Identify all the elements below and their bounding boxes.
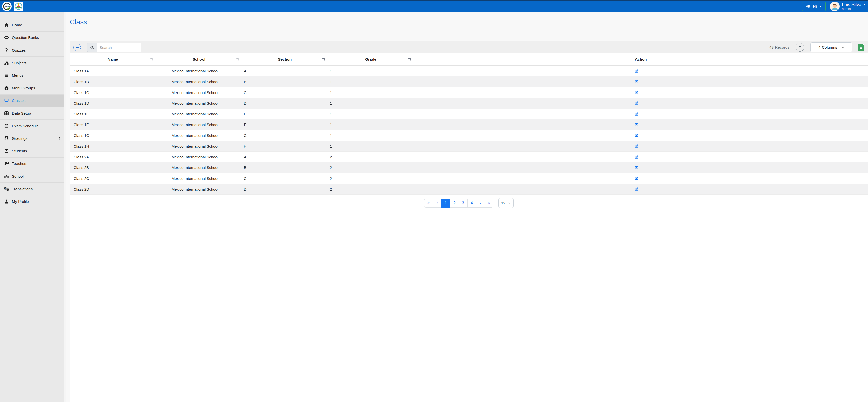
sidebar-item-classes[interactable]: Classes — [0, 95, 66, 107]
cell-grade: 1 — [257, 112, 405, 116]
cell-school: Mexico International School — [156, 155, 234, 159]
cell-school: Mexico International School — [156, 122, 234, 127]
table-body: Class 1A Mexico International School A 1… — [70, 66, 434, 195]
sidebar-item-label: Gradings — [12, 136, 27, 141]
sidebar-item-icon — [4, 85, 9, 91]
table-row: Class 1G Mexico International School G 1 — [70, 130, 434, 141]
sidebar-item-label: Data Setup — [12, 111, 31, 115]
cell-name: Class 2A — [70, 155, 156, 159]
cell-school: Mexico International School — [156, 176, 234, 181]
sidebar-item-exam-schedule[interactable]: Exam Schedule — [0, 120, 66, 132]
column-label: Name — [108, 57, 118, 61]
lotus-logo[interactable] — [14, 2, 23, 11]
cell-name: Class 1G — [70, 133, 156, 138]
content-card: 43 Records 4 Columns Name School — [70, 41, 434, 201]
search-input[interactable] — [97, 43, 141, 52]
table-row: Class 2D Mexico International School D 2 — [70, 184, 434, 195]
cell-grade: 1 — [257, 101, 405, 105]
cell-action — [405, 143, 434, 149]
table-row: Class 1F Mexico International School F 1 — [70, 119, 434, 130]
sidebar-item-label: Students — [12, 149, 27, 153]
cell-name: Class 1B — [70, 80, 156, 84]
sidebar-item-label: Teachers — [12, 161, 27, 166]
prev-page-button[interactable]: ‹ — [433, 199, 434, 201]
first-page-button[interactable]: « — [424, 199, 433, 201]
cell-grade: 2 — [257, 155, 405, 159]
sidebar-item-students[interactable]: Students — [0, 145, 66, 158]
toolbar: 43 Records 4 Columns — [70, 41, 434, 53]
cell-section: H — [234, 144, 257, 148]
sidebar-item-label: Subjects — [12, 61, 27, 65]
cell-action — [405, 165, 434, 171]
sidebar-item-menus[interactable]: Menus — [0, 69, 66, 82]
sidebar-item-teachers[interactable]: Teachers — [0, 158, 66, 170]
sidebar-item-translations[interactable]: Translations — [0, 183, 66, 195]
sidebar-item-label: Exam Schedule — [12, 124, 39, 128]
table-row: Class 1D Mexico International School D 1 — [70, 98, 434, 109]
sort-icon[interactable] — [150, 57, 154, 61]
search-icon — [90, 45, 94, 50]
cell-section: B — [234, 80, 257, 84]
sidebar-item-icon — [4, 22, 9, 28]
lotus-logo-icon — [14, 2, 23, 11]
cell-school: Mexico International School — [156, 165, 234, 170]
sidebar-item-icon — [4, 161, 9, 166]
pagination-bar: « ‹ 1234 › » 12 — [70, 198, 434, 201]
cell-name: Class 2B — [70, 165, 156, 170]
table-row: Class 1C Mexico International School C 1 — [70, 87, 434, 98]
column-label: School — [193, 57, 205, 61]
sidebar-item-icon — [4, 35, 9, 40]
cell-school: Mexico International School — [156, 187, 234, 191]
cell-section: B — [234, 165, 257, 170]
column-header-name[interactable]: Name — [70, 57, 156, 61]
sort-icon[interactable] — [236, 57, 240, 61]
column-label: Grade — [365, 57, 376, 61]
topbar: Quizale en — [0, 1, 434, 12]
sidebar-item-label: Menus — [12, 73, 23, 78]
sidebar-item-icon — [4, 186, 9, 192]
cell-section: D — [234, 187, 257, 191]
main-content: Class 43 Records 4 Columns — [66, 12, 434, 201]
column-header-section[interactable]: Section — [242, 57, 328, 61]
cell-school: Mexico International School — [156, 80, 234, 84]
sidebar-item-icon — [4, 111, 9, 116]
sort-icon[interactable] — [322, 57, 326, 61]
table-row: Class 1B Mexico International School B 1 — [70, 76, 434, 87]
sidebar-item-menu-groups[interactable]: Menu Groups — [0, 82, 66, 95]
cell-grade: 1 — [257, 122, 405, 127]
cell-name: Class 1E — [70, 112, 156, 116]
cell-grade: 1 — [257, 144, 405, 148]
sidebar-item-gradings[interactable]: Gradings — [0, 132, 66, 145]
cell-grade: 1 — [257, 133, 405, 138]
column-header-school[interactable]: School — [156, 57, 242, 61]
sidebar-item-question-banks[interactable]: Question Banks — [0, 32, 66, 44]
sidebar-item-quizzes[interactable]: Quizzes — [0, 44, 66, 57]
sidebar-item-subjects[interactable]: Subjects — [0, 57, 66, 69]
cell-action — [405, 186, 434, 192]
cell-name: Class 1D — [70, 101, 156, 105]
sidebar-item-label: Classes — [12, 98, 25, 103]
sidebar-item-my-profile[interactable]: My Profile — [0, 195, 66, 201]
cell-school: Mexico International School — [156, 101, 234, 105]
sort-icon[interactable] — [408, 57, 412, 61]
add-button[interactable] — [73, 44, 81, 51]
cell-grade: 2 — [257, 176, 405, 181]
search-icon-box — [87, 43, 97, 52]
cell-action — [405, 68, 434, 74]
cell-section: A — [234, 155, 257, 159]
table-row: Class 1E Mexico International School E 1 — [70, 109, 434, 119]
table-header: Name School Section Grade Action — [70, 53, 434, 66]
cell-action — [405, 132, 434, 138]
sidebar-item-home[interactable]: Home — [0, 19, 66, 32]
column-header-grade[interactable]: Grade — [328, 57, 414, 61]
sidebar-item-data-setup[interactable]: Data Setup — [0, 107, 66, 120]
cell-section: F — [234, 122, 257, 127]
cell-section: A — [234, 69, 257, 73]
column-label: Section — [278, 57, 292, 61]
quizale-logo[interactable]: Quizale — [2, 2, 12, 11]
sidebar-item-school[interactable]: School — [0, 170, 66, 183]
cell-name: Class 2C — [70, 176, 156, 181]
sidebar-item-icon — [4, 98, 9, 103]
sidebar-item-label: School — [12, 174, 24, 178]
cell-name: Class 1C — [70, 90, 156, 95]
